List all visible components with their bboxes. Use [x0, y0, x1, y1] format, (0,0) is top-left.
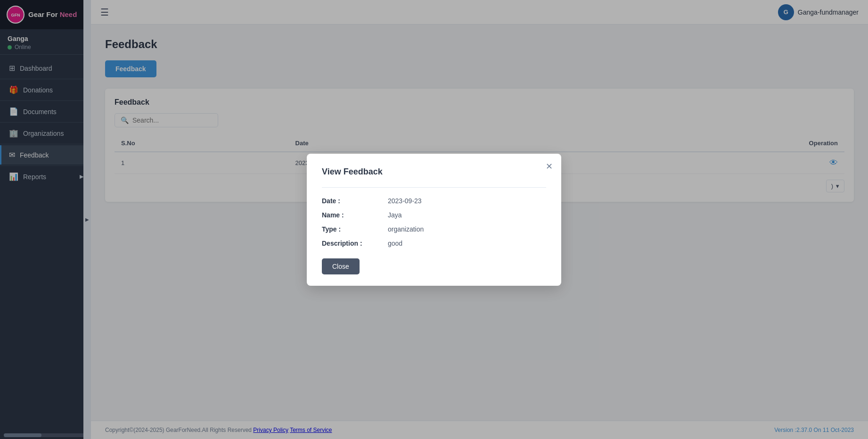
modal-title: View Feedback — [322, 167, 546, 177]
modal-field-row: Type : organization — [322, 225, 546, 233]
modal-field-row: Date : 2023-09-23 — [322, 197, 546, 205]
modal-close-button[interactable]: Close — [322, 258, 360, 274]
modal-fields: Date : 2023-09-23 Name : Jaya Type : org… — [322, 197, 546, 247]
modal-field-row: Description : good — [322, 240, 546, 247]
modal-field-label: Date : — [322, 197, 388, 205]
modal-field-value: 2023-09-23 — [388, 197, 422, 205]
view-feedback-modal: View Feedback ✕ Date : 2023-09-23 Name :… — [307, 154, 561, 286]
modal-field-value: organization — [388, 225, 424, 233]
modal-field-label: Name : — [322, 211, 388, 219]
modal-field-label: Description : — [322, 240, 388, 247]
modal-overlay[interactable]: View Feedback ✕ Date : 2023-09-23 Name :… — [0, 0, 868, 439]
modal-footer: Close — [322, 258, 546, 274]
modal-close-icon[interactable]: ✕ — [546, 161, 553, 172]
modal-field-label: Type : — [322, 225, 388, 233]
modal-field-row: Name : Jaya — [322, 211, 546, 219]
modal-field-value: good — [388, 240, 402, 247]
modal-divider — [322, 187, 546, 188]
modal-field-value: Jaya — [388, 211, 402, 219]
